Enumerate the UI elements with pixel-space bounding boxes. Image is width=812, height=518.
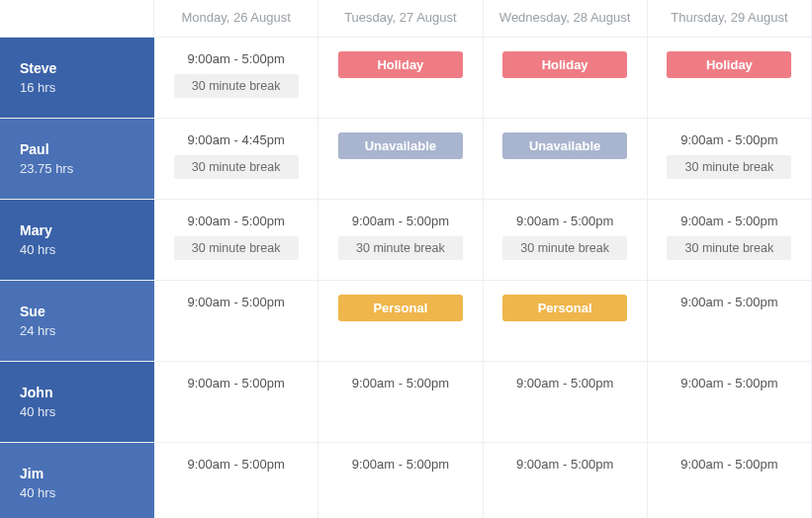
shift-cell[interactable]: Personal: [484, 281, 648, 362]
shift-cell[interactable]: Holiday: [484, 38, 648, 119]
employee-hours: 40 hrs: [20, 242, 135, 257]
shift-break: 30 minute break: [667, 236, 791, 260]
employee-cell-steve[interactable]: Steve 16 hrs: [0, 38, 154, 119]
shift-break: 30 minute break: [667, 155, 791, 179]
shift-cell[interactable]: Unavailable: [318, 119, 483, 200]
shift-cell[interactable]: Personal: [318, 281, 483, 362]
status-badge-holiday: Holiday: [667, 51, 791, 78]
employee-hours: 24 hrs: [20, 323, 135, 338]
shift-time: 9:00am - 5:00pm: [680, 214, 777, 228]
shift-cell[interactable]: 9:00am - 5:00pm 30 minute break: [154, 38, 318, 119]
shift-time: 9:00am - 5:00pm: [187, 457, 284, 472]
shift-cell[interactable]: 9:00am - 4:45pm 30 minute break: [154, 119, 318, 200]
status-badge-holiday: Holiday: [338, 51, 463, 78]
employee-cell-mary[interactable]: Mary 40 hrs: [0, 200, 154, 281]
shift-time: 9:00am - 5:00pm: [352, 376, 449, 390]
shift-cell[interactable]: Holiday: [318, 38, 483, 119]
shift-time: 9:00am - 5:00pm: [352, 214, 449, 228]
shift-cell[interactable]: 9:00am - 5:00pm: [648, 362, 812, 443]
shift-time: 9:00am - 5:00pm: [680, 457, 777, 472]
day-header: Monday, 26 August: [154, 0, 318, 38]
status-badge-personal: Personal: [338, 295, 463, 321]
employee-name: Paul: [20, 141, 135, 157]
shift-time: 9:00am - 5:00pm: [680, 295, 777, 309]
shift-cell[interactable]: 9:00am - 5:00pm 30 minute break: [648, 119, 812, 200]
shift-time: 9:00am - 5:00pm: [516, 214, 613, 228]
employee-name: Steve: [20, 60, 135, 76]
employee-name: Sue: [20, 303, 135, 319]
shift-cell[interactable]: 9:00am - 5:00pm: [648, 443, 812, 518]
employee-hours: 23.75 hrs: [20, 161, 135, 176]
employee-hours: 16 hrs: [20, 80, 135, 95]
employee-hours: 40 hrs: [20, 485, 135, 500]
shift-cell[interactable]: 9:00am - 5:00pm: [648, 281, 812, 362]
employee-hours: 40 hrs: [20, 404, 135, 419]
shift-break: 30 minute break: [174, 236, 299, 260]
employee-name: Mary: [20, 222, 135, 238]
shift-cell[interactable]: 9:00am - 5:00pm 30 minute break: [648, 200, 812, 281]
shift-break: 30 minute break: [338, 236, 463, 260]
shift-time: 9:00am - 5:00pm: [187, 376, 284, 390]
shift-cell[interactable]: 9:00am - 5:00pm: [484, 362, 648, 443]
shift-time: 9:00am - 4:45pm: [187, 132, 284, 147]
status-badge-unavailable: Unavailable: [502, 132, 627, 159]
day-header: Thursday, 29 August: [648, 0, 812, 38]
shift-time: 9:00am - 5:00pm: [187, 295, 284, 309]
shift-cell[interactable]: 9:00am - 5:00pm: [154, 362, 318, 443]
schedule-grid: Monday, 26 August Tuesday, 27 August Wed…: [0, 0, 812, 518]
employee-name: John: [20, 385, 135, 400]
shift-time: 9:00am - 5:00pm: [516, 376, 613, 390]
employee-cell-paul[interactable]: Paul 23.75 hrs: [0, 119, 154, 200]
shift-cell[interactable]: 9:00am - 5:00pm 30 minute break: [154, 200, 318, 281]
shift-cell[interactable]: 9:00am - 5:00pm: [154, 443, 318, 518]
shift-cell[interactable]: 9:00am - 5:00pm: [154, 281, 318, 362]
status-badge-personal: Personal: [502, 295, 627, 321]
day-header: Wednesday, 28 August: [484, 0, 648, 38]
shift-time: 9:00am - 5:00pm: [680, 132, 777, 147]
shift-break: 30 minute break: [502, 236, 627, 260]
shift-cell[interactable]: 9:00am - 5:00pm 30 minute break: [318, 200, 483, 281]
header-empty: [0, 0, 154, 38]
employee-cell-john[interactable]: John 40 hrs: [0, 362, 154, 443]
employee-name: Jim: [20, 466, 135, 481]
shift-cell[interactable]: Unavailable: [484, 119, 648, 200]
shift-cell[interactable]: 9:00am - 5:00pm: [318, 362, 483, 443]
shift-time: 9:00am - 5:00pm: [187, 51, 284, 66]
status-badge-unavailable: Unavailable: [338, 132, 463, 159]
employee-cell-sue[interactable]: Sue 24 hrs: [0, 281, 154, 362]
shift-cell[interactable]: Holiday: [648, 38, 812, 119]
status-badge-holiday: Holiday: [502, 51, 627, 78]
shift-time: 9:00am - 5:00pm: [516, 457, 613, 472]
shift-time: 9:00am - 5:00pm: [187, 214, 284, 228]
employee-cell-jim[interactable]: Jim 40 hrs: [0, 443, 154, 518]
shift-time: 9:00am - 5:00pm: [680, 376, 777, 390]
shift-cell[interactable]: 9:00am - 5:00pm 30 minute break: [484, 200, 648, 281]
shift-cell[interactable]: 9:00am - 5:00pm: [318, 443, 483, 518]
shift-cell[interactable]: 9:00am - 5:00pm: [484, 443, 648, 518]
shift-time: 9:00am - 5:00pm: [352, 457, 449, 472]
shift-break: 30 minute break: [174, 74, 299, 98]
day-header: Tuesday, 27 August: [318, 0, 483, 38]
shift-break: 30 minute break: [174, 155, 299, 179]
